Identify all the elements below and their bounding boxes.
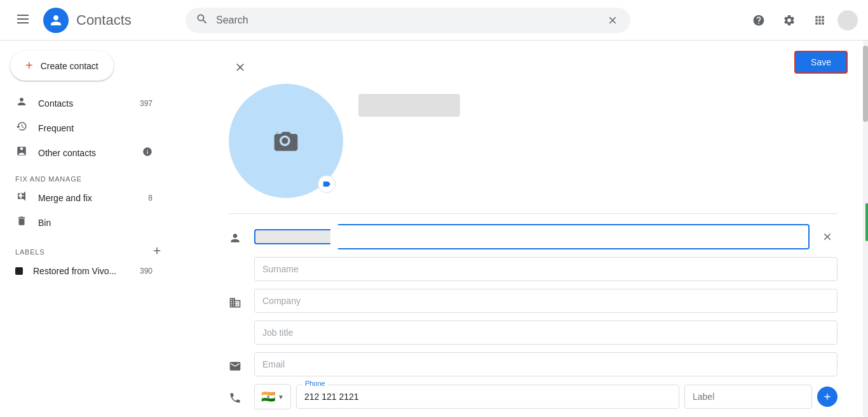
person-icon bbox=[15, 96, 28, 110]
last-name-input[interactable] bbox=[338, 224, 810, 249]
close-icon bbox=[234, 61, 247, 74]
apps-button[interactable] bbox=[807, 8, 832, 33]
help-button[interactable] bbox=[746, 8, 771, 33]
phone-float-label: Phone bbox=[302, 380, 328, 387]
add-photo-icon bbox=[273, 128, 299, 155]
other-contacts-info[interactable] bbox=[142, 147, 153, 159]
phone-row: 🇮🇳 ▼ Phone bbox=[254, 384, 837, 409]
merge-icon bbox=[15, 190, 28, 205]
header-right bbox=[746, 8, 858, 33]
restored-count: 390 bbox=[140, 267, 153, 275]
hamburger-icon bbox=[17, 13, 29, 27]
sidebar-item-contacts[interactable]: Contacts 397 bbox=[0, 91, 168, 116]
layout: + Create contact Contacts 397 Frequent O… bbox=[0, 41, 868, 417]
add-phone-button[interactable] bbox=[817, 387, 837, 407]
phone-input[interactable] bbox=[296, 385, 679, 409]
svg-rect-2 bbox=[17, 22, 29, 23]
person-form-icon bbox=[229, 224, 244, 248]
settings-button[interactable] bbox=[776, 8, 802, 33]
label-dot bbox=[15, 267, 23, 275]
add-circle-icon bbox=[822, 392, 832, 402]
job-title-input[interactable] bbox=[254, 321, 837, 345]
help-icon bbox=[752, 14, 765, 27]
save-button[interactable]: Save bbox=[794, 51, 848, 74]
labels-title: Labels bbox=[15, 248, 44, 256]
company-input[interactable] bbox=[254, 289, 837, 313]
app-title: Contacts bbox=[76, 12, 132, 29]
surname-row bbox=[254, 257, 837, 281]
flag-emoji: 🇮🇳 bbox=[261, 390, 275, 404]
phone-wrapper: Phone bbox=[296, 385, 679, 409]
sidebar-item-restored[interactable]: Restored from Vivo... 390 bbox=[0, 261, 168, 281]
avatar-section bbox=[229, 84, 837, 198]
dropdown-arrow: ▼ bbox=[278, 394, 284, 400]
scrollbar-thumb[interactable] bbox=[863, 46, 868, 122]
add-label-button[interactable] bbox=[151, 245, 163, 258]
contacts-count: 397 bbox=[140, 99, 153, 108]
phone-fields: 🇮🇳 ▼ Phone bbox=[254, 384, 837, 409]
sidebar: + Create contact Contacts 397 Frequent O… bbox=[0, 41, 178, 417]
sidebar-item-other-contacts[interactable]: Other contacts bbox=[0, 140, 168, 165]
scrollbar-indicator bbox=[865, 203, 868, 241]
email-fields bbox=[254, 352, 837, 376]
name-chip-area bbox=[358, 84, 460, 117]
phone-label-input[interactable] bbox=[684, 385, 812, 409]
create-contact-label: Create contact bbox=[41, 61, 98, 71]
phone-section: 🇮🇳 ▼ Phone bbox=[229, 384, 837, 409]
svg-rect-0 bbox=[17, 15, 29, 16]
other-contacts-label: Other contacts bbox=[38, 148, 96, 158]
svg-rect-1 bbox=[17, 18, 29, 20]
contacts-label: Contacts bbox=[38, 98, 73, 109]
name-fields bbox=[254, 224, 837, 281]
sidebar-item-bin[interactable]: Bin bbox=[0, 210, 168, 235]
create-contact-button[interactable]: + Create contact bbox=[10, 51, 114, 81]
clear-name-button[interactable] bbox=[817, 227, 837, 247]
first-name-field-filled bbox=[254, 229, 330, 244]
close-row bbox=[229, 56, 837, 79]
avatar-circle[interactable] bbox=[229, 84, 343, 198]
name-chip bbox=[358, 94, 460, 117]
history-icon bbox=[15, 121, 28, 135]
email-input[interactable] bbox=[254, 352, 837, 376]
clear-icon bbox=[822, 231, 833, 242]
company-form-icon bbox=[229, 289, 244, 312]
close-button[interactable] bbox=[229, 56, 252, 79]
company-section bbox=[229, 289, 837, 345]
sidebar-item-frequent[interactable]: Frequent bbox=[0, 116, 168, 140]
label-icon bbox=[322, 180, 331, 189]
form-divider bbox=[229, 213, 837, 214]
fix-manage-section: Fix and manage bbox=[0, 165, 178, 185]
user-avatar[interactable] bbox=[837, 10, 858, 30]
company-fields bbox=[254, 289, 837, 345]
menu-button[interactable] bbox=[10, 8, 36, 33]
header: Contacts bbox=[0, 0, 868, 41]
other-contacts-icon bbox=[15, 145, 28, 160]
labels-section-header: Labels bbox=[0, 235, 178, 261]
phone-form-icon bbox=[229, 384, 244, 407]
search-input[interactable] bbox=[216, 15, 597, 26]
search-bar bbox=[186, 8, 630, 33]
first-name-row bbox=[254, 224, 837, 249]
apps-icon bbox=[813, 14, 826, 27]
main-content: 🇮🇳 ▼ Phone bbox=[178, 41, 868, 417]
merge-label: Merge and fix bbox=[38, 193, 92, 203]
merge-count: 8 bbox=[148, 194, 153, 202]
edit-label-button[interactable] bbox=[318, 175, 336, 193]
restored-label: Restored from Vivo... bbox=[33, 266, 116, 276]
bin-label: Bin bbox=[38, 218, 51, 228]
add-icon bbox=[151, 245, 163, 256]
contact-edit-form: 🇮🇳 ▼ Phone bbox=[178, 41, 868, 417]
search-icon bbox=[196, 13, 208, 27]
header-left: Contacts bbox=[10, 8, 175, 33]
search-clear-button[interactable] bbox=[605, 13, 620, 28]
email-section bbox=[229, 352, 837, 376]
surname-input[interactable] bbox=[254, 257, 837, 281]
sidebar-item-merge[interactable]: Merge and fix 8 bbox=[0, 185, 168, 210]
plus-icon: + bbox=[25, 58, 33, 73]
trash-icon bbox=[15, 215, 28, 230]
settings-icon bbox=[783, 14, 796, 27]
email-form-icon bbox=[229, 352, 244, 376]
phone-country-button[interactable]: 🇮🇳 ▼ bbox=[254, 384, 291, 409]
frequent-label: Frequent bbox=[38, 123, 74, 133]
name-section bbox=[229, 224, 837, 281]
